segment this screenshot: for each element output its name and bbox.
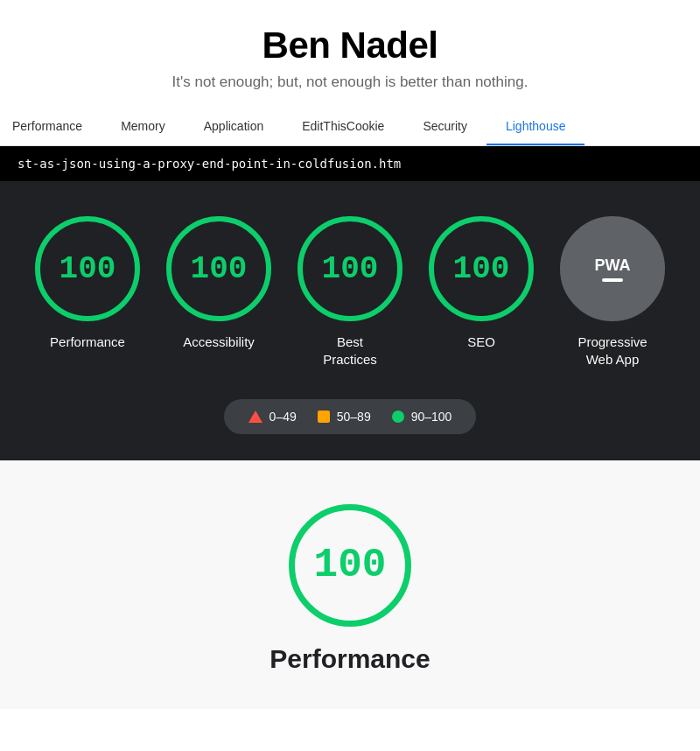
- square-icon: [318, 411, 330, 423]
- legend-range-mid: 50–89: [337, 410, 371, 424]
- url-text: st-as-json-using-a-proxy-end-point-in-co…: [18, 157, 401, 171]
- score-value-best-practices: 100: [322, 251, 379, 287]
- pwa-dash: [602, 278, 623, 282]
- tab-performance[interactable]: Performance: [0, 109, 102, 146]
- tab-lighthouse[interactable]: Lighthouse: [486, 109, 585, 146]
- pwa-label: PWA: [594, 256, 630, 275]
- legend-item-low: 0–49: [248, 410, 297, 424]
- tab-security[interactable]: Security: [403, 109, 486, 146]
- score-item-seo: 100 SEO: [429, 216, 534, 351]
- score-value-seo: 100: [453, 251, 510, 287]
- legend-range-high: 90–100: [411, 410, 452, 424]
- score-label-performance: Performance: [50, 333, 125, 351]
- site-subtitle: It's not enough; but, not enough is bett…: [18, 74, 682, 91]
- circle-icon: [392, 411, 404, 423]
- site-title: Ben Nadel: [18, 25, 682, 67]
- score-circle-pwa: PWA: [560, 216, 665, 321]
- score-value-performance: 100: [60, 251, 116, 287]
- score-item-pwa: PWA ProgressiveWeb App: [560, 216, 665, 368]
- score-circle-performance: 100: [35, 216, 140, 321]
- performance-detail: 100 Performance: [0, 460, 700, 709]
- tab-application[interactable]: Application: [185, 109, 284, 146]
- tab-editthiscookie[interactable]: EditThisCookie: [283, 109, 403, 146]
- score-item-accessibility: 100 Accessibility: [166, 216, 271, 351]
- perf-score-value: 100: [314, 543, 387, 588]
- score-label-seo: SEO: [467, 333, 495, 351]
- score-item-best-practices: 100 BestPractices: [298, 216, 402, 368]
- score-circle-accessibility: 100: [166, 216, 271, 321]
- tab-memory[interactable]: Memory: [102, 109, 185, 146]
- legend-inner: 0–49 50–89 90–100: [224, 399, 477, 434]
- score-label-best-practices: BestPractices: [323, 333, 377, 368]
- triangle-icon: [248, 411, 262, 423]
- score-value-accessibility: 100: [191, 251, 248, 287]
- legend-range-low: 0–49: [270, 410, 297, 424]
- score-item-performance: 100 Performance: [35, 216, 140, 351]
- url-bar: st-as-json-using-a-proxy-end-point-in-co…: [0, 146, 700, 181]
- score-circle-seo: 100: [429, 216, 534, 321]
- score-legend: 0–49 50–89 90–100: [18, 399, 682, 434]
- score-label-accessibility: Accessibility: [183, 333, 255, 351]
- score-circle-best-practices: 100: [298, 216, 402, 321]
- perf-section-title: Performance: [270, 644, 430, 674]
- perf-circle-large: 100: [289, 504, 411, 627]
- legend-item-high: 90–100: [392, 410, 452, 424]
- nav-tabs: Performance Memory Application EditThisC…: [0, 109, 700, 146]
- score-label-pwa: ProgressiveWeb App: [578, 333, 647, 368]
- site-header: Ben Nadel It's not enough; but, not enou…: [0, 0, 700, 109]
- legend-item-mid: 50–89: [318, 410, 371, 424]
- scores-row: 100 Performance 100 Accessibility 100 Be…: [18, 216, 682, 368]
- lighthouse-panel: 100 Performance 100 Accessibility 100 Be…: [0, 181, 700, 460]
